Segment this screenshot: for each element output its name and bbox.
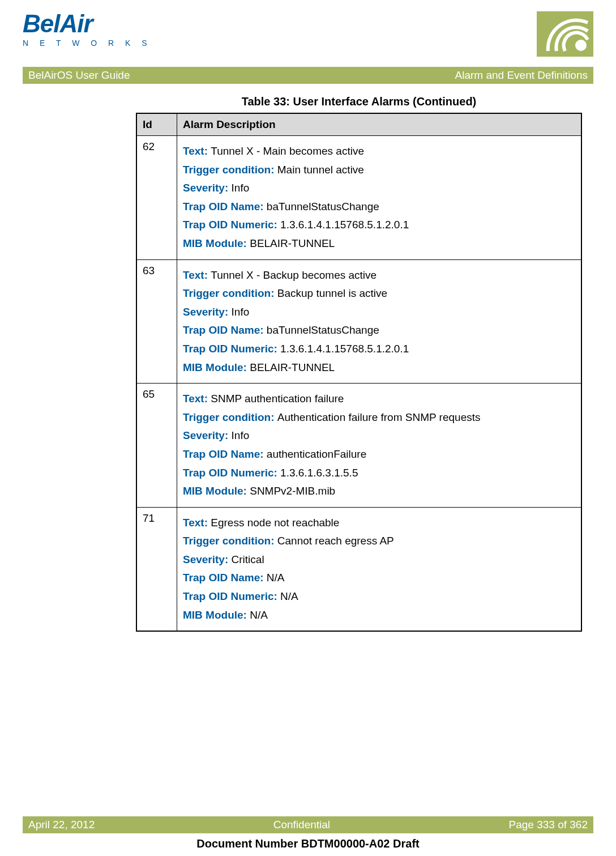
- alarm-field-severity: Severity: Info: [183, 428, 575, 444]
- field-label: Text:: [183, 145, 211, 157]
- header-id: Id: [136, 113, 177, 136]
- footer-center: Confidential: [273, 819, 330, 831]
- footer-page: Page 333 of 362: [509, 819, 588, 831]
- alarm-field-trap_name: Trap OID Name: N/A: [183, 570, 575, 586]
- logo-subtitle: N E T W O R K S: [23, 39, 152, 48]
- header-desc: Alarm Description: [177, 113, 582, 136]
- row-id: 63: [136, 259, 177, 384]
- field-label: Trap OID Name:: [183, 572, 267, 584]
- title-bar: BelAirOS User Guide Alarm and Event Defi…: [23, 67, 593, 84]
- field-label: Severity:: [183, 306, 232, 318]
- field-value: N/A: [267, 572, 285, 584]
- field-label: Severity:: [183, 429, 232, 441]
- field-value: SNMPv2-MIB.mib: [250, 485, 335, 497]
- alarm-field-trap_num: Trap OID Numeric: 1.3.6.1.6.3.1.5.5: [183, 466, 575, 481]
- alarm-field-severity: Severity: Info: [183, 305, 575, 320]
- footer-bar: April 22, 2012 Confidential Page 333 of …: [23, 816, 593, 833]
- field-value: SNMP authentication failure: [211, 393, 344, 404]
- field-value: authenticationFailure: [267, 448, 366, 460]
- field-label: Text:: [183, 393, 211, 404]
- field-value: Info: [232, 429, 250, 441]
- row-desc: Text: Tunnel X - Main becomes activeTrig…: [177, 136, 582, 260]
- field-value: 1.3.6.1.6.3.1.5.5: [280, 467, 358, 479]
- field-value: Tunnel X - Main becomes active: [211, 145, 364, 157]
- alarm-field-text: Text: Tunnel X - Backup becomes active: [183, 268, 575, 283]
- row-desc: Text: Tunnel X - Backup becomes activeTr…: [177, 259, 582, 384]
- alarm-field-trigger: Trigger condition: Cannot reach egress A…: [183, 534, 575, 549]
- alarm-field-severity: Severity: Critical: [183, 552, 575, 568]
- field-label: Trigger condition:: [183, 164, 277, 176]
- table-header-row: Id Alarm Description: [136, 113, 581, 136]
- alarm-field-text: Text: Egress node not reachable: [183, 516, 575, 531]
- row-desc: Text: Egress node not reachableTrigger c…: [177, 507, 582, 631]
- alarm-field-trap_num: Trap OID Numeric: N/A: [183, 589, 575, 604]
- field-value: Authentication failure from SNMP request…: [277, 411, 481, 423]
- field-label: Trap OID Numeric:: [183, 219, 280, 231]
- row-id: 65: [136, 384, 177, 508]
- alarm-field-trigger: Trigger condition: Main tunnel active: [183, 163, 575, 178]
- alarm-field-trigger: Trigger condition: Backup tunnel is acti…: [183, 286, 575, 301]
- svg-point-1: [575, 40, 587, 51]
- field-label: MIB Module:: [183, 609, 250, 621]
- field-label: MIB Module:: [183, 485, 250, 497]
- field-label: Trap OID Numeric:: [183, 343, 280, 355]
- field-value: Info: [232, 306, 250, 318]
- alarm-field-mib: MIB Module: SNMPv2-MIB.mib: [183, 484, 575, 499]
- content-area: Table 33: User Interface Alarms (Continu…: [136, 95, 582, 632]
- alarm-field-mib: MIB Module: BELAIR-TUNNEL: [183, 236, 575, 252]
- alarm-field-trap_num: Trap OID Numeric: 1.3.6.1.4.1.15768.5.1.…: [183, 218, 575, 233]
- alarm-field-trap_num: Trap OID Numeric: 1.3.6.1.4.1.15768.5.1.…: [183, 342, 575, 357]
- footer-date: April 22, 2012: [28, 819, 95, 831]
- doc-number: Document Number BDTM00000-A02 Draft: [0, 837, 616, 850]
- alarm-field-severity: Severity: Info: [183, 181, 575, 196]
- field-value: BELAIR-TUNNEL: [250, 237, 335, 249]
- field-value: Cannot reach egress AP: [277, 535, 394, 547]
- field-label: Severity:: [183, 182, 232, 194]
- field-label: Trap OID Numeric:: [183, 467, 280, 479]
- field-label: Severity:: [183, 553, 232, 565]
- table-row: 62Text: Tunnel X - Main becomes activeTr…: [136, 136, 581, 260]
- field-label: Trap OID Name:: [183, 448, 267, 460]
- logo-left: BelAir N E T W O R K S: [23, 11, 152, 48]
- field-value: Main tunnel active: [277, 164, 364, 176]
- alarm-field-trap_name: Trap OID Name: baTunnelStatusChange: [183, 323, 575, 338]
- alarm-field-trigger: Trigger condition: Authentication failur…: [183, 410, 575, 425]
- field-value: BELAIR-TUNNEL: [250, 361, 335, 373]
- alarm-field-text: Text: SNMP authentication failure: [183, 391, 575, 407]
- field-value: baTunnelStatusChange: [267, 324, 379, 336]
- title-bar-right: Alarm and Event Definitions: [455, 69, 588, 82]
- alarms-table: Id Alarm Description 62Text: Tunnel X - …: [136, 113, 582, 632]
- field-value: 1.3.6.1.4.1.15768.5.1.2.0.1: [280, 343, 409, 355]
- row-id: 62: [136, 136, 177, 260]
- field-value: Critical: [232, 553, 264, 565]
- field-value: Backup tunnel is active: [277, 287, 387, 299]
- field-label: Trap OID Name:: [183, 201, 267, 212]
- alarm-field-trap_name: Trap OID Name: baTunnelStatusChange: [183, 199, 575, 215]
- field-label: Trigger condition:: [183, 535, 277, 547]
- field-label: Trap OID Name:: [183, 324, 267, 336]
- field-value: Info: [232, 182, 250, 194]
- title-bar-left: BelAirOS User Guide: [28, 69, 130, 82]
- field-label: MIB Module:: [183, 237, 250, 249]
- field-value: baTunnelStatusChange: [267, 201, 379, 212]
- field-label: MIB Module:: [183, 361, 250, 373]
- page-header: BelAir N E T W O R K S: [23, 11, 593, 57]
- table-row: 65Text: SNMP authentication failureTrigg…: [136, 384, 581, 508]
- table-title: Table 33: User Interface Alarms (Continu…: [136, 95, 582, 108]
- alarm-field-text: Text: Tunnel X - Main becomes active: [183, 144, 575, 159]
- alarm-field-mib: MIB Module: BELAIR-TUNNEL: [183, 360, 575, 376]
- field-value: N/A: [250, 609, 268, 621]
- field-value: N/A: [280, 590, 298, 602]
- row-desc: Text: SNMP authentication failureTrigger…: [177, 384, 582, 508]
- field-label: Trigger condition:: [183, 287, 277, 299]
- logo-right-icon: [537, 11, 593, 57]
- table-row: 71Text: Egress node not reachableTrigger…: [136, 507, 581, 631]
- field-value: Tunnel X - Backup becomes active: [211, 269, 377, 281]
- field-label: Text:: [183, 517, 211, 529]
- field-value: Egress node not reachable: [211, 517, 339, 529]
- alarm-field-trap_name: Trap OID Name: authenticationFailure: [183, 447, 575, 462]
- field-label: Trigger condition:: [183, 411, 277, 423]
- row-id: 71: [136, 507, 177, 631]
- table-row: 63Text: Tunnel X - Backup becomes active…: [136, 259, 581, 384]
- field-label: Trap OID Numeric:: [183, 590, 280, 602]
